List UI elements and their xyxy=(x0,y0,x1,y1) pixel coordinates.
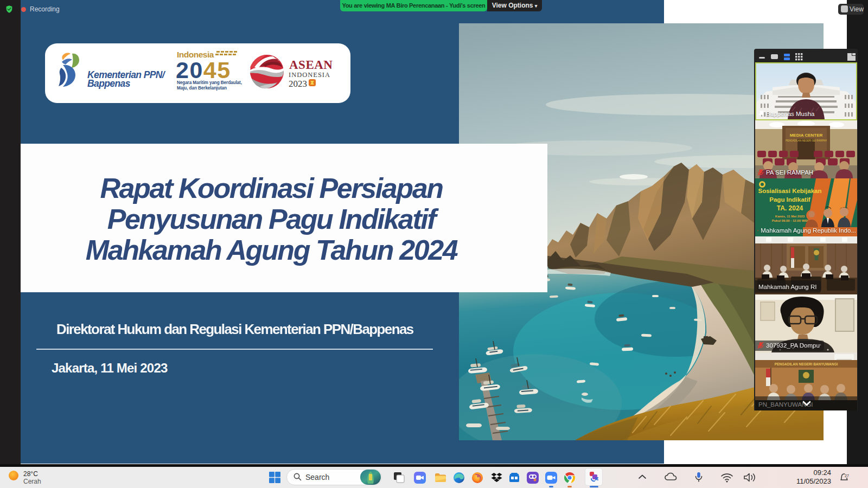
svg-text:Bappenas: Bappenas xyxy=(87,78,131,89)
svg-text:Pukul 09.00 - 12.00 WIB: Pukul 09.00 - 12.00 WIB xyxy=(772,219,808,222)
svg-text:ASEAN: ASEAN xyxy=(289,58,333,72)
svg-text:TA. 2024: TA. 2024 xyxy=(777,204,803,212)
svg-text:Sosialisasi Kebijakan: Sosialisasi Kebijakan xyxy=(758,188,822,194)
svg-text:Negara Maritim yang Berdaulat,: Negara Maritim yang Berdaulat, xyxy=(177,80,242,85)
svg-text:MEDIA CENTER: MEDIA CENTER xyxy=(790,133,823,138)
svg-text:2023: 2023 xyxy=(289,79,307,89)
svg-text:PENGADILAN NEGERI BANYUWANGI: PENGADILAN NEGERI BANYUWANGI xyxy=(775,362,838,366)
svg-text:Maju, dan Berkelanjutan: Maju, dan Berkelanjutan xyxy=(177,86,227,91)
svg-text:27: 27 xyxy=(845,474,849,478)
svg-text:Pagu Indikatif: Pagu Indikatif xyxy=(769,196,810,203)
svg-text:2045: 2045 xyxy=(176,57,231,83)
svg-text:INDONESIA: INDONESIA xyxy=(289,71,330,79)
svg-text:Kamis, 11 Mei 2023: Kamis, 11 Mei 2023 xyxy=(775,215,805,218)
svg-text:PENGADILAN NEGERI SEI RAMPAH: PENGADILAN NEGERI SEI RAMPAH xyxy=(786,139,827,142)
